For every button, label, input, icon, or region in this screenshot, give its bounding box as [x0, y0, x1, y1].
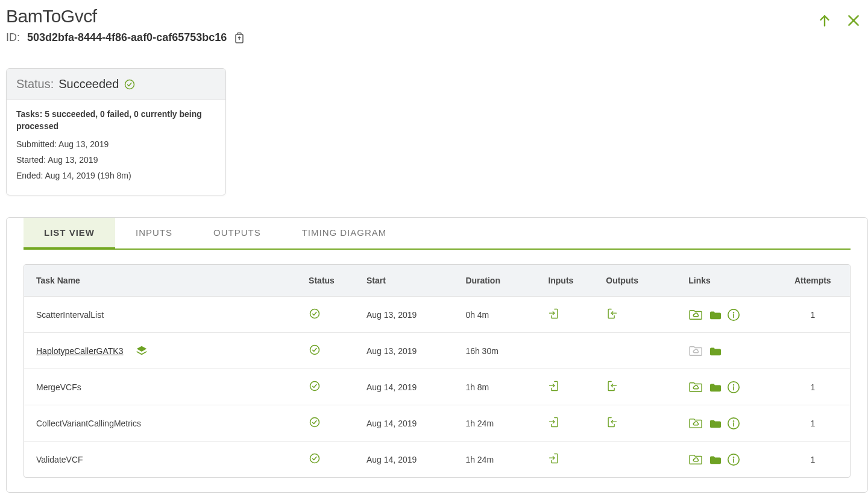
col-attempts[interactable]: Attempts — [776, 265, 850, 297]
tab-timing-diagram[interactable]: TIMING DIAGRAM — [281, 218, 407, 248]
inputs-icon[interactable] — [548, 452, 560, 464]
check-circle-icon — [309, 416, 321, 428]
attempts-cell: 1 — [776, 369, 850, 405]
col-outputs[interactable]: Outputs — [594, 265, 676, 297]
inputs-icon[interactable] — [548, 308, 560, 320]
check-circle-icon — [309, 308, 321, 320]
status-value: Succeeded — [58, 77, 119, 91]
svg-point-11 — [734, 421, 734, 422]
ended-line: Ended: Aug 14, 2019 (19h 8m) — [16, 171, 216, 180]
task-name: MergeVCFs — [36, 382, 81, 392]
task-name[interactable]: HaplotypeCallerGATK3 — [36, 346, 123, 356]
info-icon[interactable] — [727, 308, 740, 321]
tasks-summary: Tasks: 5 succeeded, 0 failed, 0 currentl… — [16, 109, 216, 132]
status-label: Status: — [16, 77, 54, 91]
info-icon[interactable] — [727, 381, 740, 394]
start-cell: Aug 13, 2019 — [354, 297, 453, 333]
attempts-cell: 1 — [776, 405, 850, 442]
tabs-panel: LIST VIEWINPUTSOUTPUTSTIMING DIAGRAM Tas… — [6, 217, 868, 493]
check-circle-icon — [309, 452, 321, 464]
table-row: CollectVariantCallingMetrics Aug 14, 201… — [24, 405, 850, 442]
tab-outputs[interactable]: OUTPUTS — [193, 218, 281, 248]
folder-icon[interactable] — [709, 454, 722, 465]
task-name: ScatterIntervalList — [36, 310, 104, 320]
col-duration[interactable]: Duration — [453, 265, 536, 297]
cloud-folder-icon — [688, 345, 704, 357]
folder-icon[interactable] — [709, 418, 722, 429]
page-title: BamToGvcf — [6, 6, 245, 27]
info-icon[interactable] — [727, 417, 740, 430]
svg-point-14 — [734, 457, 734, 458]
outputs-icon[interactable] — [606, 416, 618, 428]
stack-icon[interactable] — [135, 344, 148, 358]
start-cell: Aug 14, 2019 — [354, 369, 453, 405]
started-line: Started: Aug 13, 2019 — [16, 155, 216, 165]
tab-inputs[interactable]: INPUTS — [115, 218, 193, 248]
start-cell: Aug 14, 2019 — [354, 405, 453, 442]
duration-cell: 1h 24m — [453, 442, 536, 478]
id-label: ID: — [6, 31, 20, 44]
id-value: 503d2bfa-8444-4f86-aaf0-caf65753bc16 — [27, 31, 227, 44]
col-start[interactable]: Start — [354, 265, 453, 297]
cloud-folder-icon[interactable] — [688, 454, 704, 466]
duration-cell: 1h 8m — [453, 369, 536, 405]
table-row: MergeVCFs Aug 14, 20191h 8m 1 — [24, 369, 850, 405]
cloud-folder-icon[interactable] — [688, 309, 704, 321]
svg-point-8 — [734, 385, 734, 385]
task-name: ValidateVCF — [36, 455, 83, 464]
tasks-table: Task Name Status Start Duration Inputs O… — [24, 265, 850, 477]
check-circle-icon — [309, 380, 321, 392]
outputs-icon[interactable] — [606, 380, 618, 392]
scroll-up-icon[interactable] — [816, 12, 833, 29]
tabs-bar: LIST VIEWINPUTSOUTPUTSTIMING DIAGRAM — [24, 218, 851, 250]
check-circle-icon — [309, 344, 321, 356]
attempts-cell: 1 — [776, 442, 850, 478]
status-card: Status: Succeeded Tasks: 5 succeeded, 0 … — [6, 68, 226, 195]
clipboard-copy-icon[interactable] — [234, 32, 245, 44]
close-icon[interactable] — [845, 12, 862, 29]
duration-cell: 0h 4m — [453, 297, 536, 333]
attempts-cell — [776, 333, 850, 369]
inputs-icon[interactable] — [548, 380, 560, 392]
folder-icon[interactable] — [709, 346, 722, 356]
duration-cell: 1h 24m — [453, 405, 536, 442]
start-cell: Aug 14, 2019 — [354, 442, 453, 478]
cloud-folder-icon[interactable] — [688, 381, 704, 393]
check-circle-icon — [124, 78, 136, 90]
cloud-folder-icon[interactable] — [688, 417, 704, 429]
svg-point-4 — [734, 312, 734, 313]
folder-icon[interactable] — [709, 309, 722, 320]
col-status[interactable]: Status — [297, 265, 354, 297]
col-task-name[interactable]: Task Name — [24, 265, 297, 297]
col-links[interactable]: Links — [676, 265, 775, 297]
col-inputs[interactable]: Inputs — [536, 265, 594, 297]
task-name: CollectVariantCallingMetrics — [36, 419, 141, 428]
folder-icon[interactable] — [709, 382, 722, 393]
table-row: ValidateVCF Aug 14, 20191h 24m 1 — [24, 442, 850, 478]
start-cell: Aug 13, 2019 — [354, 333, 453, 369]
duration-cell: 16h 30m — [453, 333, 536, 369]
table-row: ScatterIntervalList Aug 13, 20190h 4m 1 — [24, 297, 850, 333]
tab-list-view[interactable]: LIST VIEW — [24, 218, 115, 250]
attempts-cell: 1 — [776, 297, 850, 333]
inputs-icon[interactable] — [548, 416, 560, 428]
outputs-icon[interactable] — [606, 308, 618, 320]
table-row: HaplotypeCallerGATK3 Aug 13, 201916h 30m — [24, 333, 850, 369]
submitted-line: Submitted: Aug 13, 2019 — [16, 139, 216, 149]
info-icon[interactable] — [727, 453, 740, 466]
